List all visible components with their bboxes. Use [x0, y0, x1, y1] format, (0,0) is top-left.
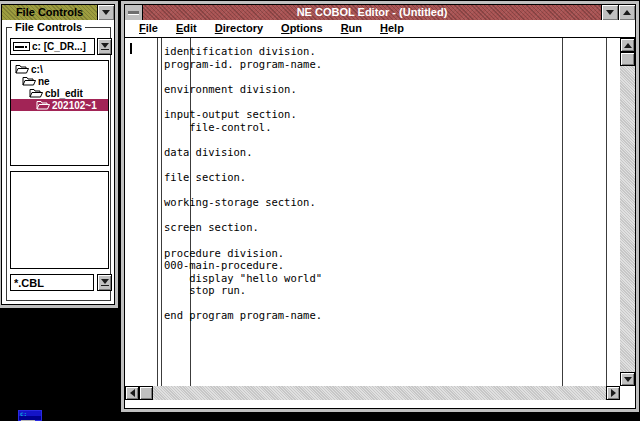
menu-item-help[interactable]: Help [371, 20, 413, 37]
minimize-arrow-icon [606, 10, 614, 15]
scroll-left-button[interactable] [125, 386, 139, 400]
editor-title: NE COBOL Editor - (Untitled) [143, 5, 601, 20]
vertical-scrollbar-track[interactable] [620, 66, 635, 372]
ruler-line-right-margin [606, 38, 607, 386]
file-controls-window: File Controls File Controls c: [C_DR...]… [0, 0, 119, 309]
tree-item-2021021[interactable]: 202102~1 [11, 99, 108, 111]
open-folder-icon [29, 88, 45, 98]
scroll-right-arrow-icon [611, 389, 616, 397]
file-pattern-input[interactable] [10, 274, 94, 291]
tree-item-label: c:\ [31, 64, 43, 75]
drive-dropdown-button[interactable] [97, 38, 112, 55]
drive-icon [13, 42, 30, 51]
file-controls-titlebar[interactable]: File Controls [2, 5, 114, 20]
maximize-arrow-icon [623, 10, 631, 15]
file-controls-client: File Controls c: [C_DR...] c:\necbl_edit… [2, 20, 114, 304]
system-menu-dash-icon [128, 11, 139, 14]
minimize-arrow-icon [102, 10, 110, 15]
text-caret [130, 43, 132, 54]
minimize-button[interactable] [601, 5, 618, 20]
drive-combobox[interactable]: c: [C_DR...] [10, 38, 95, 55]
horizontal-scrollbar-track[interactable] [153, 386, 606, 400]
code-text: identification division. program-id. pro… [164, 45, 322, 322]
pattern-dropdown-button[interactable] [97, 274, 112, 291]
scroll-right-button[interactable] [606, 386, 620, 400]
editor-window: NE COBOL Editor - (Untitled) FileEditDir… [120, 0, 640, 413]
tree-item-label: ne [38, 76, 50, 87]
editor-client: identification division. program-id. pro… [125, 38, 635, 408]
menu-item-edit[interactable]: Edit [167, 20, 206, 37]
status-strip [125, 400, 635, 408]
file-listbox[interactable] [10, 171, 109, 269]
scroll-down-button[interactable] [620, 372, 635, 386]
minimized-dos-icon[interactable]: c: [18, 410, 42, 421]
system-menu-box[interactable] [125, 5, 143, 20]
tree-item-c[interactable]: c:\ [11, 63, 108, 75]
open-folder-icon [15, 64, 31, 74]
dropdown-arrow-bar [101, 49, 109, 50]
dropdown-arrow-icon [101, 279, 109, 284]
open-folder-icon [36, 100, 52, 110]
tree-item-cbledit[interactable]: cbl_edit [11, 87, 108, 99]
open-folder-icon [22, 76, 38, 86]
scroll-left-arrow-icon [130, 389, 135, 397]
tree-item-label: 202102~1 [52, 100, 97, 111]
dropdown-arrow-bar [101, 285, 109, 286]
menu-item-run[interactable]: Run [332, 20, 371, 37]
vertical-scrollbar-thumb[interactable] [620, 52, 635, 66]
menu-item-file[interactable]: File [130, 20, 167, 37]
minimize-button[interactable] [97, 5, 114, 20]
scroll-up-button[interactable] [620, 38, 635, 52]
editor-titlebar[interactable]: NE COBOL Editor - (Untitled) [125, 5, 635, 20]
menu-bar: FileEditDirectoryOptionsRunHelp [125, 20, 635, 38]
horizontal-scrollbar-thumb[interactable] [139, 386, 153, 400]
directory-tree[interactable]: c:\necbl_edit202102~1 [10, 60, 109, 166]
desktop: File Controls File Controls c: [C_DR...]… [0, 0, 640, 421]
maximize-button[interactable] [618, 5, 635, 20]
ruler-line-col6 [157, 38, 158, 386]
group-box-label: File Controls [12, 21, 85, 33]
horizontal-scrollbar[interactable] [125, 386, 620, 400]
code-editing-area[interactable]: identification division. program-id. pro… [125, 38, 620, 386]
dos-icon-label: c: [19, 411, 41, 416]
drive-combobox-value: c: [C_DR...] [32, 41, 86, 52]
scrollbar-corner [620, 386, 635, 400]
scroll-up-arrow-icon [624, 43, 632, 48]
menu-item-options[interactable]: Options [272, 20, 332, 37]
file-controls-title: File Controls [2, 5, 97, 20]
tree-item-ne[interactable]: ne [11, 75, 108, 87]
menu-item-directory[interactable]: Directory [206, 20, 272, 37]
tree-item-label: cbl_edit [45, 88, 83, 99]
scroll-down-arrow-icon [624, 377, 632, 382]
ruler-line-col7 [161, 38, 162, 386]
dropdown-arrow-icon [101, 43, 109, 48]
ruler-line-col72 [562, 38, 563, 386]
vertical-scrollbar[interactable] [620, 38, 635, 386]
